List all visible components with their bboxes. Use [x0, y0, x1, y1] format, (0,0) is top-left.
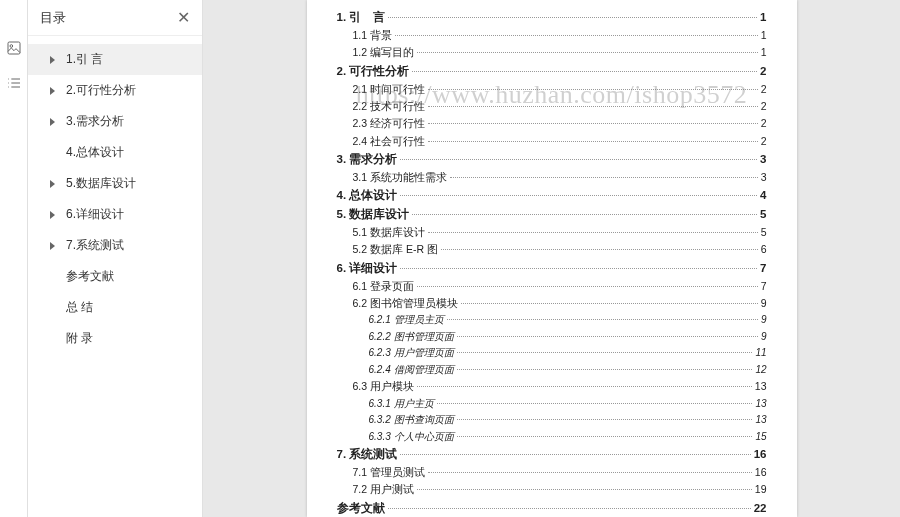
toc-leader: [417, 386, 752, 387]
toc-label: 6. 详细设计: [337, 259, 398, 278]
toc-page: 11: [755, 345, 766, 362]
toc-leader: [400, 268, 757, 269]
toc-entry[interactable]: 3. 需求分析3: [337, 150, 767, 169]
toc-entry[interactable]: 6.2.4 借阅管理页面12: [337, 362, 767, 379]
toc-page: 13: [755, 396, 766, 413]
image-icon[interactable]: [6, 40, 22, 60]
toc-page: 9: [761, 295, 767, 312]
toc-entry[interactable]: 6.1 登录页面7: [337, 278, 767, 295]
toc-page: 16: [755, 464, 767, 481]
toc-entry[interactable]: 1.1 背景1: [337, 27, 767, 44]
toc-page: 12: [755, 362, 766, 379]
toc-entry[interactable]: 参考文献22: [337, 499, 767, 517]
outline-item-8[interactable]: 总 结: [28, 292, 202, 323]
toc-page: 13: [755, 378, 767, 395]
toc-page: 7: [760, 259, 766, 278]
toc-label: 1. 引 言: [337, 8, 386, 27]
toc-leader: [437, 403, 753, 404]
close-icon[interactable]: ✕: [177, 8, 190, 27]
toc-leader: [428, 141, 758, 142]
toc-entry[interactable]: 5.2 数据库 E-R 图6: [337, 241, 767, 258]
toc-entry[interactable]: 6.2.1 管理员主页9: [337, 312, 767, 329]
outline-item-7[interactable]: 参考文献: [28, 261, 202, 292]
toc-label: 2.2 技术可行性: [353, 98, 426, 115]
toc-label: 3.1 系统功能性需求: [353, 169, 448, 186]
list-icon[interactable]: [6, 75, 22, 95]
document-viewport[interactable]: https://www.huzhan.com/ishop3572 1. 引 言1…: [203, 0, 900, 517]
toc-page: 2: [761, 115, 767, 132]
toc-leader: [412, 71, 757, 72]
toc-leader: [447, 319, 758, 320]
toc-entry[interactable]: 6. 详细设计7: [337, 259, 767, 278]
toc-page: 19: [755, 481, 767, 498]
outline-item-4[interactable]: 5.数据库设计: [28, 168, 202, 199]
outline-item-6[interactable]: 7.系统测试: [28, 230, 202, 261]
outline-item-0[interactable]: 1.引 言: [28, 44, 202, 75]
document-page: 1. 引 言11.1 背景11.2 编写目的12. 可行性分析22.1 时间可行…: [307, 0, 797, 517]
toc-label: 7.1 管理员测试: [353, 464, 426, 481]
toc-label: 6.1 登录页面: [353, 278, 415, 295]
toc-entry[interactable]: 7.1 管理员测试16: [337, 464, 767, 481]
outline-item-2[interactable]: 3.需求分析: [28, 106, 202, 137]
outline-item-9[interactable]: 附 录: [28, 323, 202, 354]
toc-entry[interactable]: 6.3 用户模块13: [337, 378, 767, 395]
toc-leader: [400, 195, 757, 196]
toc-page: 7: [761, 278, 767, 295]
toc-label: 5.1 数据库设计: [353, 224, 426, 241]
outline-item-1[interactable]: 2.可行性分析: [28, 75, 202, 106]
toc-leader: [388, 508, 751, 509]
toc-leader: [457, 436, 753, 437]
toc-leader: [417, 286, 758, 287]
toc-label: 2. 可行性分析: [337, 62, 410, 81]
toc-entry[interactable]: 2.4 社会可行性2: [337, 133, 767, 150]
toc-entry[interactable]: 7.2 用户测试19: [337, 481, 767, 498]
toc-leader: [428, 232, 758, 233]
sidebar-header: 目录 ✕: [28, 0, 202, 36]
svg-point-1: [10, 45, 13, 48]
outline-item-5[interactable]: 6.详细设计: [28, 199, 202, 230]
toc-entry[interactable]: 2.2 技术可行性2: [337, 98, 767, 115]
toc-label: 7. 系统测试: [337, 445, 398, 464]
toc-label: 3. 需求分析: [337, 150, 398, 169]
toc-page: 3: [760, 150, 766, 169]
sidebar-title: 目录: [40, 9, 66, 27]
toc-page: 3: [761, 169, 767, 186]
toc-entry[interactable]: 6.2 图书馆管理员模块9: [337, 295, 767, 312]
toc-entry[interactable]: 5. 数据库设计5: [337, 205, 767, 224]
toc-page: 2: [761, 98, 767, 115]
toc-entry[interactable]: 2.1 时间可行性2: [337, 81, 767, 98]
outline-sidebar: 目录 ✕ 1.引 言2.可行性分析3.需求分析4.总体设计5.数据库设计6.详细…: [28, 0, 203, 517]
toc-entry[interactable]: 6.2.3 用户管理页面11: [337, 345, 767, 362]
toc-entry[interactable]: 2. 可行性分析2: [337, 62, 767, 81]
toc-leader: [395, 35, 758, 36]
toc-label: 6.3.3 个人中心页面: [369, 429, 454, 446]
toc-entry[interactable]: 6.2.2 图书管理页面9: [337, 329, 767, 346]
toc-leader: [428, 472, 752, 473]
toc-entry[interactable]: 1. 引 言1: [337, 8, 767, 27]
toc-entry[interactable]: 6.3.1 用户主页13: [337, 396, 767, 413]
toc-leader: [428, 123, 758, 124]
toc-leader: [400, 454, 750, 455]
toc-leader: [450, 177, 758, 178]
toc-leader: [457, 369, 753, 370]
toc-label: 1.1 背景: [353, 27, 393, 44]
toc-entry[interactable]: 5.1 数据库设计5: [337, 224, 767, 241]
toc-page: 5: [761, 224, 767, 241]
toc-label: 6.3 用户模块: [353, 378, 415, 395]
toc-entry[interactable]: 3.1 系统功能性需求3: [337, 169, 767, 186]
toc-page: 16: [754, 445, 767, 464]
toc-label: 6.2.4 借阅管理页面: [369, 362, 454, 379]
outline-item-3[interactable]: 4.总体设计: [28, 137, 202, 168]
toc-entry[interactable]: 1.2 编写目的1: [337, 44, 767, 61]
toc-label: 5. 数据库设计: [337, 205, 410, 224]
outline-list: 1.引 言2.可行性分析3.需求分析4.总体设计5.数据库设计6.详细设计7.系…: [28, 36, 202, 362]
toc-entry[interactable]: 6.3.2 图书查询页面13: [337, 412, 767, 429]
toc-label: 6.3.1 用户主页: [369, 396, 434, 413]
toc-entry[interactable]: 7. 系统测试16: [337, 445, 767, 464]
toc-entry[interactable]: 2.3 经济可行性2: [337, 115, 767, 132]
toc-label: 6.2.1 管理员主页: [369, 312, 444, 329]
toc-entry[interactable]: 4. 总体设计4: [337, 186, 767, 205]
svg-rect-0: [8, 42, 20, 54]
toc-entry[interactable]: 6.3.3 个人中心页面15: [337, 429, 767, 446]
toc-page: 13: [755, 412, 766, 429]
